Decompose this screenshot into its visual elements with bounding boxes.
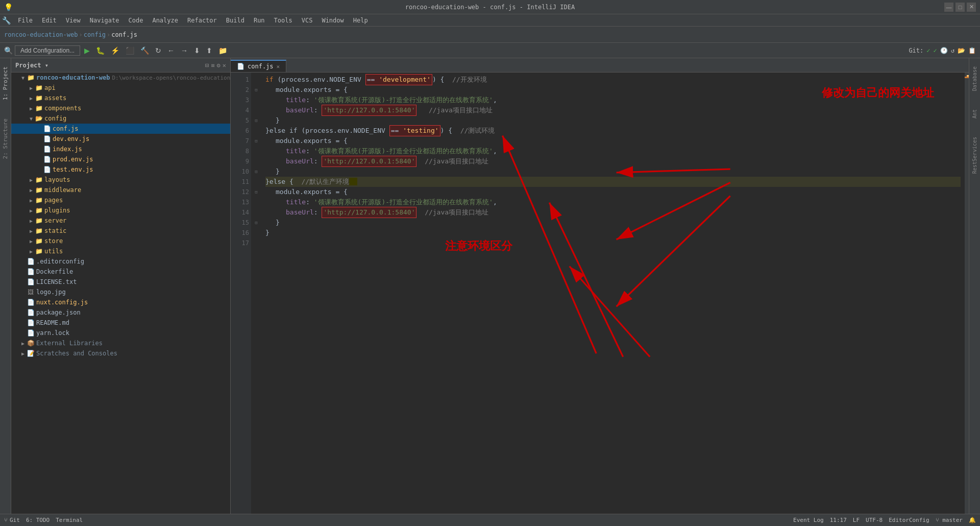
folder-icon-components: 📁	[35, 104, 43, 112]
tree-item-testenvjs[interactable]: ▶ 📄 test.env.js	[11, 164, 230, 175]
tree-item-prodenvjs[interactable]: ▶ 📄 prod.env.js	[11, 154, 230, 164]
menu-analyze[interactable]: Analyze	[148, 16, 182, 25]
menu-help[interactable]: Help	[349, 16, 372, 25]
code-line-8: title: '领课教育系统(开源版)-打造全行业都适用的在线教育系统',	[265, 146, 961, 156]
tree-item-scratches[interactable]: ▶ 📝 Scratches and Consoles	[11, 348, 230, 358]
tree-item-nuxtconfig[interactable]: ▶ 📄 nuxt.config.js	[11, 297, 230, 307]
tab-confjs[interactable]: 📄 conf.js ✕	[231, 60, 286, 72]
tree-options-icon[interactable]: ≡	[211, 62, 214, 69]
file-icon-package: 📄	[27, 308, 35, 317]
tree-item-assets[interactable]: ▶ 📁 assets	[11, 93, 230, 103]
stop-button[interactable]: ⬛	[124, 45, 136, 56]
sidebar-tab-structure[interactable]: 2: Structure	[1, 114, 10, 163]
git-history-icon[interactable]: 🕐	[940, 47, 948, 54]
tree-item-api[interactable]: ▶ 📁 api	[11, 83, 230, 93]
run-button[interactable]: ▶	[82, 45, 92, 56]
forward-button[interactable]: →	[179, 45, 190, 56]
tree-label-testenvjs: test.env.js	[53, 166, 93, 173]
close-button[interactable]: ✕	[967, 3, 976, 12]
menu-file[interactable]: File	[14, 16, 37, 25]
tree-item-extlibs[interactable]: ▶ 📦 External Libraries	[11, 338, 230, 348]
tree-arrow-assets: ▶	[28, 94, 35, 102]
git-revert-icon[interactable]: ↺	[951, 47, 954, 54]
breadcrumb-file[interactable]: conf.js	[111, 31, 137, 38]
tree-label-server: server	[44, 217, 66, 224]
tree-item-layouts[interactable]: ▶ 📁 layouts	[11, 175, 230, 185]
gutter-line15: ⊡	[251, 218, 261, 228]
debug-button[interactable]: 🐛	[94, 45, 107, 56]
build-button[interactable]: 🔨	[138, 45, 151, 56]
copy-path-icon[interactable]: 📋	[968, 47, 976, 54]
collapse-all-icon[interactable]: ⊟	[205, 62, 209, 69]
sidebar-tab-project[interactable]: 1: Project	[1, 62, 10, 104]
status-bar-left: ⑂ Git 6: TODO Terminal	[4, 517, 83, 523]
menu-window[interactable]: Window	[317, 16, 348, 25]
tree-item-logo[interactable]: ▶ 🖼 logo.jpg	[11, 287, 230, 297]
status-terminal[interactable]: Terminal	[56, 517, 83, 523]
menu-navigate[interactable]: Navigate	[86, 16, 124, 25]
tree-item-store[interactable]: ▶ 📁 store	[11, 236, 230, 246]
search-everywhere-icon[interactable]: 🔍	[4, 46, 13, 55]
tree-item-components[interactable]: ▶ 📁 components	[11, 103, 230, 113]
vcs-update-button[interactable]: ⬇	[192, 45, 202, 56]
code-editor[interactable]: 1 2 3 4 5 6 7 8 9 10 11 12 13 14 15 16 1…	[231, 73, 969, 514]
menu-refactor[interactable]: Refactor	[183, 16, 221, 25]
tree-item-yarnlock[interactable]: ▶ 📄 yarn.lock	[11, 328, 230, 338]
menu-tools[interactable]: Tools	[270, 16, 297, 25]
run-with-coverage-button[interactable]: ⚡	[109, 45, 121, 56]
tree-item-utils[interactable]: ▶ 📁 utils	[11, 246, 230, 256]
file-manager-button[interactable]: 📁	[216, 45, 229, 56]
event-log-label[interactable]: Event Log	[793, 517, 824, 523]
menu-build[interactable]: Build	[222, 16, 249, 25]
encoding-label[interactable]: UTF-8	[866, 517, 883, 523]
breadcrumb-project[interactable]: roncoo-education-web	[4, 31, 78, 38]
menu-run[interactable]: Run	[250, 16, 269, 25]
git-check-icon[interactable]: ✓	[926, 47, 930, 54]
vcs-push-button[interactable]: ⬆	[204, 45, 214, 56]
status-git[interactable]: ⑂ Git	[4, 517, 20, 523]
menu-code[interactable]: Code	[125, 16, 148, 25]
menu-edit[interactable]: Edit	[38, 16, 61, 25]
tree-item-config[interactable]: ▼ 📂 config	[11, 113, 230, 124]
code-line-10: }	[265, 166, 961, 177]
tree-item-devenvjs[interactable]: ▶ 📄 dev.env.js	[11, 134, 230, 144]
tree-item-readme[interactable]: ▶ 📄 README.md	[11, 318, 230, 328]
editor-scrollbar[interactable]	[965, 73, 969, 514]
minimize-button[interactable]: —	[944, 3, 953, 12]
git-status-label: Git	[10, 517, 20, 523]
tree-item-static[interactable]: ▶ 📁 static	[11, 226, 230, 236]
tree-root[interactable]: ▼ 📁 roncoo-education-web D:\workspace-op…	[11, 73, 230, 83]
tree-item-editorconfig[interactable]: ▶ 📄 .editorconfig	[11, 256, 230, 267]
git-explore-icon[interactable]: 📂	[958, 47, 965, 54]
tab-close-icon[interactable]: ✕	[277, 63, 280, 70]
back-button[interactable]: ←	[165, 45, 177, 56]
run-config-button[interactable]: Add Configuration...	[15, 45, 80, 56]
notifications-icon[interactable]: 🔔	[969, 517, 976, 523]
indent-label[interactable]: EditorConfig	[889, 517, 929, 523]
breadcrumb-config[interactable]: config	[84, 31, 106, 38]
tree-item-dockerfile[interactable]: ▶ 📄 Dockerfile	[11, 267, 230, 277]
tree-item-package[interactable]: ▶ 📄 package.json	[11, 307, 230, 318]
right-tab-ant[interactable]: Ant	[970, 105, 979, 123]
right-tab-restservices[interactable]: RestServices	[970, 133, 979, 178]
tree-item-server[interactable]: ▶ 📁 server	[11, 216, 230, 226]
tree-item-middleware[interactable]: ▶ 📁 middleware	[11, 185, 230, 195]
tree-item-indexjs[interactable]: ▶ 📄 index.js	[11, 144, 230, 154]
git-check2-icon[interactable]: ✓	[934, 47, 937, 54]
tree-item-plugins[interactable]: ▶ 📁 plugins	[11, 205, 230, 216]
lf-label[interactable]: LF	[853, 517, 860, 523]
menu-view[interactable]: View	[62, 16, 85, 25]
tree-item-license[interactable]: ▶ 📄 LICENSE.txt	[11, 277, 230, 287]
settings-icon[interactable]: ⚙	[217, 62, 220, 69]
maximize-button[interactable]: □	[955, 3, 965, 12]
status-todo[interactable]: 6: TODO	[26, 517, 50, 523]
right-tab-database[interactable]: Database	[970, 62, 979, 95]
tree-item-pages[interactable]: ▶ 📁 pages	[11, 195, 230, 205]
tree-item-confjs[interactable]: ▶ 📄 conf.js	[11, 124, 230, 134]
file-icon-testenvjs: 📄	[43, 165, 51, 174]
close-panel-icon[interactable]: ✕	[223, 62, 226, 69]
code-content[interactable]: if (process.env.NODE_ENV == 'development…	[261, 73, 965, 514]
sync-button[interactable]: ↻	[153, 45, 163, 56]
menu-vcs[interactable]: VCS	[298, 16, 317, 25]
svg-line-5	[570, 267, 650, 357]
